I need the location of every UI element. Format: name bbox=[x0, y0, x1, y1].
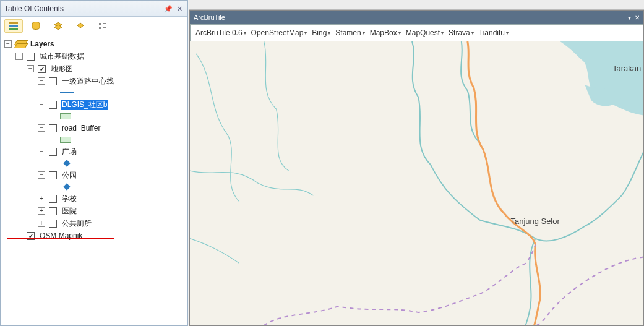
menu-osm[interactable]: OpenStreetMap▾ bbox=[250, 28, 309, 37]
arcbrutile-menubar: ArcBruTile 0.6▾ OpenStreetMap▾ Bing▾ Sta… bbox=[190, 24, 643, 41]
pin-icon[interactable]: 📌 bbox=[164, 4, 173, 13]
layers-icon bbox=[15, 40, 25, 48]
layer-label: 一级道路中心线 bbox=[61, 76, 115, 87]
visibility-checkbox[interactable] bbox=[49, 220, 57, 228]
close-icon[interactable]: ✕ bbox=[175, 4, 184, 13]
group-label: 城市基础数据 bbox=[38, 51, 85, 62]
chevron-down-icon: ▾ bbox=[398, 30, 401, 36]
visibility-checkbox[interactable] bbox=[27, 53, 35, 61]
symbol-swatch bbox=[2, 134, 186, 145]
layer-label: 学校 bbox=[61, 194, 78, 204]
svg-rect-1 bbox=[9, 25, 18, 27]
visibility-checkbox[interactable] bbox=[38, 65, 46, 73]
symbol-swatch bbox=[2, 111, 186, 122]
collapse-icon[interactable]: − bbox=[27, 65, 34, 72]
chevron-down-icon: ▾ bbox=[506, 30, 509, 36]
chevron-down-icon: ▾ bbox=[441, 30, 444, 36]
group-label: 地形图 bbox=[49, 64, 74, 74]
svg-marker-6 bbox=[77, 23, 84, 28]
group-terrain[interactable]: − 地形图 bbox=[2, 62, 186, 75]
expand-blank bbox=[15, 232, 23, 239]
layer-tree: − Layers − 城市基础数据 − 地形图 − 一级道路中心线 − DLGI… bbox=[1, 35, 187, 325]
layer-road-buffer[interactable]: − road_Buffer bbox=[2, 122, 186, 134]
layer-label: 医院 bbox=[61, 206, 78, 217]
svg-rect-10 bbox=[103, 27, 106, 28]
layer-label: DLGIS_社区b bbox=[61, 100, 108, 110]
chevron-down-icon: ▾ bbox=[244, 30, 246, 36]
city-label-tarakan: Tarakan bbox=[612, 64, 641, 73]
layer-toilet[interactable]: + 公共厕所 bbox=[2, 217, 186, 229]
collapse-icon[interactable]: − bbox=[38, 124, 45, 132]
table-of-contents-panel: Table Of Contents 📌 ✕ − Layers − bbox=[0, 0, 188, 326]
map-canvas[interactable]: Tanjung Selor Tarakan bbox=[190, 41, 643, 325]
expand-icon[interactable]: + bbox=[38, 220, 45, 227]
visibility-checkbox[interactable] bbox=[49, 148, 57, 156]
layers-label: Layers bbox=[29, 40, 56, 48]
chevron-down-icon: ▾ bbox=[363, 30, 365, 36]
chevron-down-icon: ▾ bbox=[304, 30, 307, 36]
options-button[interactable] bbox=[93, 19, 112, 33]
menu-version[interactable]: ArcBruTile 0.6▾ bbox=[194, 28, 247, 37]
list-by-drawing-order-button[interactable] bbox=[4, 19, 23, 33]
menu-mapbox[interactable]: MapBox▾ bbox=[369, 28, 402, 37]
toc-title-text: Table Of Contents bbox=[4, 1, 64, 16]
collapse-icon[interactable]: − bbox=[38, 148, 45, 155]
svg-rect-2 bbox=[9, 28, 18, 30]
visibility-checkbox[interactable] bbox=[49, 195, 57, 203]
list-by-selection-button[interactable] bbox=[71, 19, 90, 33]
collapse-icon[interactable]: − bbox=[15, 53, 23, 60]
visibility-checkbox[interactable] bbox=[49, 207, 57, 215]
visibility-checkbox[interactable] bbox=[27, 232, 35, 240]
collapse-icon[interactable]: − bbox=[38, 101, 45, 108]
symbol-swatch bbox=[2, 158, 186, 169]
collapse-icon[interactable]: − bbox=[4, 40, 12, 48]
visibility-checkbox[interactable] bbox=[49, 77, 57, 85]
chevron-down-icon: ▾ bbox=[471, 30, 474, 36]
svg-rect-0 bbox=[9, 22, 18, 24]
visibility-checkbox[interactable] bbox=[49, 171, 57, 179]
list-by-visibility-button[interactable] bbox=[49, 19, 67, 33]
symbol-swatch bbox=[2, 181, 186, 192]
layer-label: 公园 bbox=[61, 170, 78, 181]
layer-osm-mapnik[interactable]: OSM Mapnik bbox=[2, 229, 186, 242]
chevron-down-icon: ▾ bbox=[328, 30, 330, 36]
visibility-checkbox[interactable] bbox=[49, 101, 57, 109]
layer-school[interactable]: + 学校 bbox=[2, 192, 186, 205]
toc-titlebar[interactable]: Table Of Contents 📌 ✕ bbox=[1, 1, 187, 17]
visibility-checkbox[interactable] bbox=[49, 124, 57, 132]
svg-rect-8 bbox=[103, 23, 106, 24]
collapse-icon[interactable]: − bbox=[38, 171, 45, 179]
svg-rect-9 bbox=[99, 27, 101, 29]
layer-label: OSM Mapnik bbox=[38, 231, 84, 240]
svg-rect-7 bbox=[99, 23, 101, 25]
arcbrutile-title-text: ArcBruTile bbox=[194, 14, 225, 21]
dropdown-icon[interactable]: ▾ bbox=[628, 14, 631, 21]
list-by-source-button[interactable] bbox=[27, 19, 45, 33]
symbol-swatch bbox=[2, 87, 186, 98]
menu-tianditu[interactable]: Tianditu▾ bbox=[478, 28, 510, 37]
layer-label: 公共厕所 bbox=[61, 218, 93, 229]
menu-bing[interactable]: Bing▾ bbox=[311, 28, 332, 37]
expand-icon[interactable]: + bbox=[38, 195, 45, 202]
layer-road-center[interactable]: − 一级道路中心线 bbox=[2, 75, 186, 87]
layer-dlgis[interactable]: − DLGIS_社区b bbox=[2, 98, 186, 111]
arcbrutile-titlebar[interactable]: ArcBruTile ▾ ✕ bbox=[190, 11, 643, 24]
layer-hospital[interactable]: + 医院 bbox=[2, 205, 186, 217]
layer-label: road_Buffer bbox=[61, 124, 102, 132]
map-frame: ArcBruTile ▾ ✕ ArcBruTile 0.6▾ OpenStree… bbox=[189, 10, 644, 326]
expand-icon[interactable]: + bbox=[38, 207, 45, 215]
close-icon[interactable]: ✕ bbox=[635, 14, 640, 21]
menu-stamen[interactable]: Stamen▾ bbox=[334, 28, 366, 37]
city-label-tanjung-selor: Tanjung Selor bbox=[511, 217, 560, 226]
layer-label: 广场 bbox=[61, 147, 78, 157]
collapse-icon[interactable]: − bbox=[38, 77, 45, 85]
layer-park[interactable]: − 公园 bbox=[2, 169, 186, 181]
tree-root-layers[interactable]: − Layers bbox=[2, 38, 186, 50]
toc-toolbar bbox=[1, 17, 187, 35]
group-city-base[interactable]: − 城市基础数据 bbox=[2, 50, 186, 62]
menu-strava[interactable]: Strava▾ bbox=[447, 28, 475, 37]
layer-plaza[interactable]: − 广场 bbox=[2, 145, 186, 158]
main-toolbar-strip bbox=[189, 0, 644, 10]
menu-mapquest[interactable]: MapQuest▾ bbox=[405, 28, 445, 37]
